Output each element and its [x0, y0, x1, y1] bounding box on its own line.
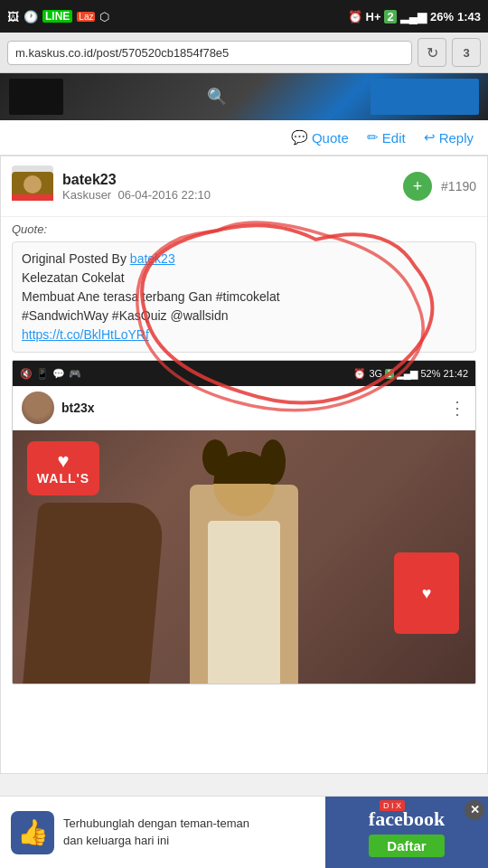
walls-advertisement-image: ♥ WALL'S	[13, 430, 475, 684]
hair-right	[260, 439, 286, 485]
nested-post-header: bt23x ⋮	[13, 386, 475, 430]
nested-whatsapp-icon: 📱	[36, 368, 49, 380]
facebook-thumb-icon: 👍	[11, 811, 54, 854]
line-icon: LINE	[42, 10, 72, 23]
signal-icon: ▂▄▆	[400, 10, 427, 24]
ad-text-line1: Terhubunglah dengan teman-teman	[63, 816, 249, 832]
add-friend-button[interactable]: +	[403, 172, 432, 201]
ad-spacer	[1, 692, 487, 773]
nested-battery: 52%	[420, 368, 440, 379]
nested-status-bar: 🔇 📱 💬 🎮 ⏰ 3G 1 ▂▄▆ 52% 21:42	[13, 361, 475, 386]
avatar	[12, 165, 53, 207]
quote-original-prefix: Original Posted By	[22, 251, 127, 266]
nested-game-icon: 🎮	[69, 368, 81, 380]
quote-author-line: Original Posted By batek23	[22, 250, 466, 269]
username-area: batek23 Kaskuser 06-04-2016 22:10	[62, 172, 211, 202]
post-number: #1190	[441, 179, 476, 193]
edit-icon: ✏	[367, 129, 379, 146]
quote-icon: 💬	[291, 129, 308, 146]
facebook-ad-bar: 👍 Terhubunglah dengan teman-teman dan ke…	[0, 796, 488, 868]
status-bar: 🖼 🕐 LINE Laz ⬡ ⏰ H+ 2 ▂▄▆ 26% 1:43	[0, 0, 488, 33]
post-date: 06-04-2016 22:10	[117, 188, 211, 202]
shirt	[208, 521, 280, 684]
daftar-button[interactable]: Daftar	[369, 835, 444, 857]
cape-left	[23, 503, 164, 684]
alarm-icon: ⏰	[348, 10, 362, 24]
search-icon[interactable]: 🔍	[199, 82, 235, 111]
bbm-icon: ⬡	[99, 10, 109, 24]
user-role: Kaskuser	[62, 188, 111, 202]
status-icons-right: ⏰ H+ 2 ▂▄▆ 26% 1:43	[348, 10, 482, 24]
banner-right-box	[371, 79, 479, 115]
time-display: 1:43	[457, 10, 481, 24]
nested-chat-icon: 💬	[52, 368, 65, 380]
nested-more-button[interactable]: ⋮	[448, 397, 466, 419]
red-package: ♥	[394, 552, 459, 634]
nested-status-left: 🔇 📱 💬 🎮	[20, 368, 81, 380]
sim-slot: 2	[384, 10, 396, 24]
nested-username[interactable]: bt23x	[61, 401, 441, 415]
post-meta-right: + #1190	[403, 172, 476, 201]
package-heart: ♥	[422, 584, 432, 603]
facebook-brand-label: facebook	[369, 807, 445, 831]
user-info: batek23 Kaskuser 06-04-2016 22:10	[12, 165, 211, 207]
banner-left-box	[9, 79, 63, 115]
battery-level: 26%	[430, 10, 454, 24]
url-bar[interactable]: m.kaskus.co.id/post/570520cb1854f78e5	[7, 41, 412, 65]
quote-box: Original Posted By batek23 Kelezatan Cok…	[12, 241, 476, 353]
nested-time: 21:42	[443, 368, 468, 379]
tabs-button[interactable]: 3	[452, 38, 481, 67]
quote-text-3: #SandwichWay #KasQuiz @wallsidn	[22, 307, 466, 326]
reply-label: Reply	[439, 130, 474, 146]
person-figure: ♥	[13, 430, 475, 684]
nested-alarm-icon: ⏰	[353, 368, 366, 380]
ad-text: Terhubunglah dengan teman-teman dan kelu…	[63, 816, 249, 848]
nested-status-right: ⏰ 3G 1 ▂▄▆ 52% 21:42	[353, 368, 468, 380]
quote-label: Quote:	[1, 217, 487, 238]
network-type: H+	[366, 10, 381, 24]
ad-right-section[interactable]: ✕ facebook Daftar D I X	[325, 797, 488, 869]
nested-vol-icon: 🔇	[20, 368, 33, 380]
nested-sim: 1	[385, 369, 394, 379]
ad-close-button[interactable]: ✕	[465, 800, 484, 820]
user-meta: Kaskuser 06-04-2016 22:10	[62, 188, 211, 202]
post-container: batek23 Kaskuser 06-04-2016 22:10 + #119…	[0, 156, 488, 774]
browser-bar: m.kaskus.co.id/post/570520cb1854f78e5 ↻ …	[0, 33, 488, 73]
nested-network: 3G	[369, 368, 382, 379]
quote-link[interactable]: https://t.co/BklHtLoYRf	[22, 327, 149, 342]
quote-text-1: Kelezatan Cokelat	[22, 269, 466, 288]
reply-icon: ↩	[424, 129, 436, 146]
nested-signal: ▂▄▆	[397, 368, 418, 380]
post-header: batek23 Kaskuser 06-04-2016 22:10 + #119…	[1, 156, 487, 217]
hair-left	[202, 439, 228, 476]
ad-di-badge: D I X	[380, 800, 405, 811]
edit-label: Edit	[382, 130, 406, 146]
username[interactable]: batek23	[62, 172, 211, 188]
quote-button[interactable]: 💬 Quote	[291, 129, 349, 146]
quote-author-link[interactable]: batek23	[130, 251, 175, 266]
nested-avatar	[22, 392, 54, 424]
status-icons-left: 🖼 🕐 LINE Laz ⬡	[7, 10, 109, 24]
image-icon: 🖼	[7, 10, 19, 24]
clock-widget-icon: 🕐	[23, 10, 38, 24]
lazada-icon: Laz	[77, 12, 95, 22]
top-banner-strip: 🔍	[0, 73, 488, 120]
refresh-button[interactable]: ↻	[418, 38, 446, 67]
ad-left-section: 👍 Terhubunglah dengan teman-teman dan ke…	[0, 804, 325, 862]
quote-text-2: Membuat Ane terasa terbang Gan #timcokel…	[22, 288, 466, 307]
nested-phone-screenshot: 🔇 📱 💬 🎮 ⏰ 3G 1 ▂▄▆ 52% 21:42 bt23x ⋮	[12, 360, 476, 684]
quote-label: Quote	[312, 130, 349, 146]
ad-text-line2: dan keluarga hari ini	[63, 833, 249, 849]
edit-button[interactable]: ✏ Edit	[367, 129, 406, 146]
action-bar: 💬 Quote ✏ Edit ↩ Reply	[0, 120, 488, 156]
reply-button[interactable]: ↩ Reply	[424, 129, 474, 146]
